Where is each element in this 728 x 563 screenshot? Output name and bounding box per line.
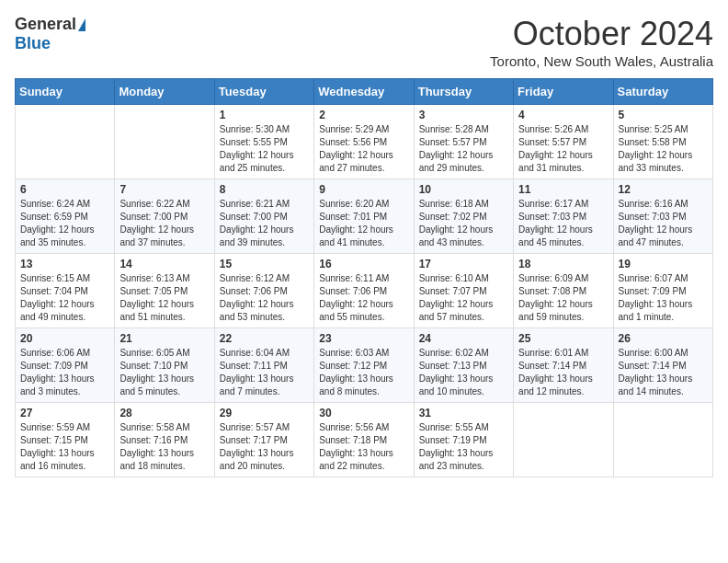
day-info: Sunrise: 6:15 AM Sunset: 7:04 PM Dayligh… (20, 272, 109, 324)
calendar-week-row: 27Sunrise: 5:59 AM Sunset: 7:15 PM Dayli… (16, 403, 713, 477)
day-number: 19 (619, 258, 708, 270)
calendar-cell: 11Sunrise: 6:17 AM Sunset: 7:03 PM Dayli… (514, 179, 613, 254)
day-number: 4 (518, 109, 608, 121)
day-info: Sunrise: 6:10 AM Sunset: 7:07 PM Dayligh… (419, 272, 508, 324)
day-number: 25 (518, 332, 608, 345)
logo-general-text: General (15, 15, 76, 34)
day-number: 3 (419, 109, 508, 121)
calendar-cell: 16Sunrise: 6:11 AM Sunset: 7:06 PM Dayli… (314, 254, 414, 328)
calendar-cell (514, 403, 613, 477)
calendar-cell (16, 105, 115, 179)
day-number: 28 (119, 407, 209, 419)
calendar-cell: 23Sunrise: 6:03 AM Sunset: 7:12 PM Dayli… (314, 328, 414, 403)
calendar-header-friday: Friday (514, 79, 613, 105)
day-number: 9 (319, 183, 408, 196)
calendar-week-row: 1Sunrise: 5:30 AM Sunset: 5:55 PM Daylig… (16, 105, 713, 179)
calendar-cell: 12Sunrise: 6:16 AM Sunset: 7:03 PM Dayli… (613, 179, 712, 254)
calendar-cell: 18Sunrise: 6:09 AM Sunset: 7:08 PM Dayli… (514, 254, 613, 328)
day-number: 27 (20, 407, 109, 419)
day-number: 14 (119, 258, 209, 270)
day-number: 21 (119, 332, 209, 345)
day-number: 22 (220, 332, 309, 345)
calendar-cell (613, 403, 712, 477)
day-info: Sunrise: 6:12 AM Sunset: 7:06 PM Dayligh… (220, 272, 309, 324)
calendar-cell: 13Sunrise: 6:15 AM Sunset: 7:04 PM Dayli… (16, 254, 115, 328)
calendar-cell: 9Sunrise: 6:20 AM Sunset: 7:01 PM Daylig… (314, 179, 414, 254)
day-info: Sunrise: 6:04 AM Sunset: 7:11 PM Dayligh… (220, 347, 309, 398)
calendar-cell: 31Sunrise: 5:55 AM Sunset: 7:19 PM Dayli… (414, 403, 513, 477)
logo: General Blue (15, 15, 85, 53)
calendar-header-wednesday: Wednesday (314, 79, 414, 105)
day-number: 10 (419, 183, 508, 196)
calendar-cell: 20Sunrise: 6:06 AM Sunset: 7:09 PM Dayli… (16, 328, 115, 403)
day-info: Sunrise: 6:21 AM Sunset: 7:00 PM Dayligh… (220, 198, 309, 249)
day-number: 7 (119, 183, 209, 196)
day-info: Sunrise: 5:25 AM Sunset: 5:58 PM Dayligh… (619, 123, 708, 175)
logo-triangle-icon (78, 18, 85, 31)
calendar-header-sunday: Sunday (16, 79, 115, 105)
day-info: Sunrise: 5:28 AM Sunset: 5:57 PM Dayligh… (419, 123, 508, 175)
day-info: Sunrise: 6:22 AM Sunset: 7:00 PM Dayligh… (119, 198, 209, 249)
calendar-cell: 27Sunrise: 5:59 AM Sunset: 7:15 PM Dayli… (16, 403, 115, 477)
day-info: Sunrise: 6:03 AM Sunset: 7:12 PM Dayligh… (319, 347, 408, 398)
day-info: Sunrise: 5:26 AM Sunset: 5:57 PM Dayligh… (518, 123, 608, 175)
calendar-cell: 19Sunrise: 6:07 AM Sunset: 7:09 PM Dayli… (613, 254, 712, 328)
day-number: 30 (319, 407, 408, 419)
day-number: 31 (419, 407, 508, 419)
calendar-cell: 5Sunrise: 5:25 AM Sunset: 5:58 PM Daylig… (613, 105, 712, 179)
calendar-cell: 1Sunrise: 5:30 AM Sunset: 5:55 PM Daylig… (214, 105, 313, 179)
day-number: 11 (518, 183, 608, 196)
day-info: Sunrise: 6:17 AM Sunset: 7:03 PM Dayligh… (518, 198, 608, 249)
calendar-header-row: SundayMondayTuesdayWednesdayThursdayFrid… (16, 79, 713, 105)
day-info: Sunrise: 5:55 AM Sunset: 7:19 PM Dayligh… (419, 421, 508, 473)
page-header: General Blue October 2024 Toronto, New S… (15, 15, 713, 69)
calendar-cell: 3Sunrise: 5:28 AM Sunset: 5:57 PM Daylig… (414, 105, 513, 179)
day-info: Sunrise: 6:11 AM Sunset: 7:06 PM Dayligh… (319, 272, 408, 324)
calendar-cell: 22Sunrise: 6:04 AM Sunset: 7:11 PM Dayli… (214, 328, 313, 403)
calendar-cell: 28Sunrise: 5:58 AM Sunset: 7:16 PM Dayli… (115, 403, 214, 477)
calendar-cell: 15Sunrise: 6:12 AM Sunset: 7:06 PM Dayli… (214, 254, 313, 328)
day-info: Sunrise: 5:59 AM Sunset: 7:15 PM Dayligh… (20, 421, 109, 473)
calendar-cell: 8Sunrise: 6:21 AM Sunset: 7:00 PM Daylig… (214, 179, 313, 254)
day-info: Sunrise: 6:02 AM Sunset: 7:13 PM Dayligh… (419, 347, 508, 398)
calendar-cell: 30Sunrise: 5:56 AM Sunset: 7:18 PM Dayli… (314, 403, 414, 477)
day-info: Sunrise: 6:09 AM Sunset: 7:08 PM Dayligh… (518, 272, 608, 324)
calendar-cell: 21Sunrise: 6:05 AM Sunset: 7:10 PM Dayli… (115, 328, 214, 403)
title-area: October 2024 Toronto, New South Wales, A… (490, 15, 713, 69)
calendar-header-thursday: Thursday (414, 79, 513, 105)
day-number: 29 (220, 407, 309, 419)
calendar-cell: 2Sunrise: 5:29 AM Sunset: 5:56 PM Daylig… (314, 105, 414, 179)
day-info: Sunrise: 6:20 AM Sunset: 7:01 PM Dayligh… (319, 198, 408, 249)
day-number: 12 (619, 183, 708, 196)
day-info: Sunrise: 5:58 AM Sunset: 7:16 PM Dayligh… (119, 421, 209, 473)
calendar-header-tuesday: Tuesday (214, 79, 313, 105)
day-info: Sunrise: 6:06 AM Sunset: 7:09 PM Dayligh… (20, 347, 109, 398)
day-info: Sunrise: 6:18 AM Sunset: 7:02 PM Dayligh… (419, 198, 508, 249)
day-number: 24 (419, 332, 508, 345)
day-info: Sunrise: 6:07 AM Sunset: 7:09 PM Dayligh… (619, 272, 708, 324)
day-number: 18 (518, 258, 608, 270)
day-info: Sunrise: 5:56 AM Sunset: 7:18 PM Dayligh… (319, 421, 408, 473)
day-number: 2 (319, 109, 408, 121)
calendar-cell (115, 105, 214, 179)
day-info: Sunrise: 5:29 AM Sunset: 5:56 PM Dayligh… (319, 123, 408, 175)
calendar-cell: 26Sunrise: 6:00 AM Sunset: 7:14 PM Dayli… (613, 328, 712, 403)
day-number: 8 (220, 183, 309, 196)
calendar-week-row: 13Sunrise: 6:15 AM Sunset: 7:04 PM Dayli… (16, 254, 713, 328)
calendar-cell: 29Sunrise: 5:57 AM Sunset: 7:17 PM Dayli… (214, 403, 313, 477)
day-number: 23 (319, 332, 408, 345)
calendar-cell: 4Sunrise: 5:26 AM Sunset: 5:57 PM Daylig… (514, 105, 613, 179)
day-number: 5 (619, 109, 708, 121)
day-info: Sunrise: 6:05 AM Sunset: 7:10 PM Dayligh… (119, 347, 209, 398)
day-info: Sunrise: 6:00 AM Sunset: 7:14 PM Dayligh… (619, 347, 708, 398)
day-number: 17 (419, 258, 508, 270)
calendar-table: SundayMondayTuesdayWednesdayThursdayFrid… (15, 78, 713, 477)
calendar-cell: 10Sunrise: 6:18 AM Sunset: 7:02 PM Dayli… (414, 179, 513, 254)
title-location: Toronto, New South Wales, Australia (490, 53, 713, 69)
day-number: 6 (20, 183, 109, 196)
day-info: Sunrise: 5:30 AM Sunset: 5:55 PM Dayligh… (220, 123, 309, 175)
day-info: Sunrise: 6:13 AM Sunset: 7:05 PM Dayligh… (119, 272, 209, 324)
day-number: 16 (319, 258, 408, 270)
day-info: Sunrise: 6:24 AM Sunset: 6:59 PM Dayligh… (20, 198, 109, 249)
day-number: 15 (220, 258, 309, 270)
